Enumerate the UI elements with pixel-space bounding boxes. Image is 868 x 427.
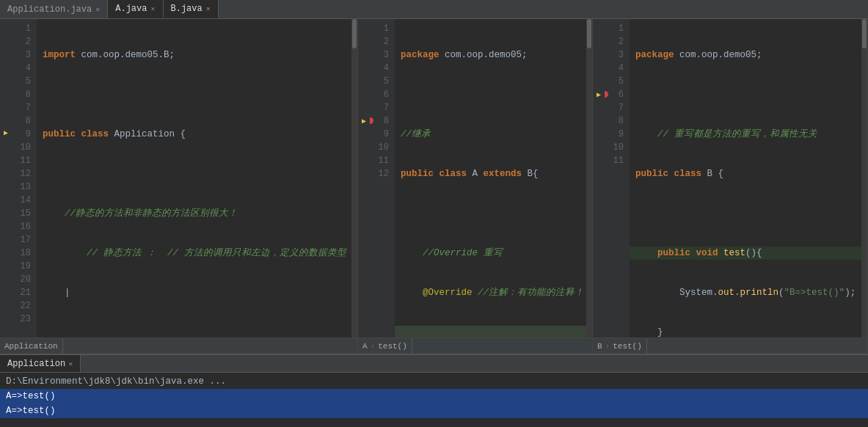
gutter-empty [358, 62, 370, 75]
breadcrumb-method: test() [378, 342, 407, 351]
code-content-left[interactable]: import com.oop.demo05.B; public class Ap… [37, 19, 351, 337]
tab-a-java[interactable]: A.java ✕ [108, 0, 163, 18]
console-text: D:\Environment\jdk8\jdk\bin\java.exe ... [6, 376, 226, 387]
code-line: //继承 [395, 128, 586, 141]
gutter-empty [593, 62, 605, 75]
pane-status-center: A › test() [358, 337, 592, 354]
scrollbar-right[interactable] [861, 19, 867, 337]
tab-close-application[interactable]: ✕ [95, 5, 100, 14]
left-gutter-center: ▶ [358, 19, 370, 337]
code-line: //静态的方法和非静态的方法区别很大！ [37, 207, 351, 220]
exec-arrow-right: ▶ [593, 88, 605, 101]
code-line: public class Application { [37, 128, 351, 141]
code-line: package com.oop.demo05; [630, 48, 861, 62]
tab-bar: Application.java ✕ A.java ✕ B.java ✕ [0, 0, 868, 19]
gutter-empty [593, 22, 605, 35]
code-line: System.out.println("B=>test()"); [630, 286, 861, 299]
gutter-empty [593, 75, 605, 88]
ide-window: Application.java ✕ A.java ✕ B.java ✕ ▶ 1… [0, 0, 868, 427]
console-line-0: D:\Environment\jdk8\jdk\bin\java.exe ... [0, 374, 868, 389]
breadcrumb-left: Application [0, 338, 63, 354]
pane-status-left: Application [0, 337, 357, 354]
console-line-1: A=>test() [0, 389, 868, 404]
tab-label: Application.java [7, 4, 92, 15]
code-line [395, 88, 586, 101]
console-text: A=>test() [6, 391, 56, 401]
editor-pane-center: ▶ 1 2 3 4 5 6 7 8 9 10 11 [358, 19, 593, 354]
code-content-center[interactable]: package com.oop.demo05; //继承 public clas… [395, 19, 586, 337]
gutter-empty [593, 35, 605, 48]
code-line [37, 88, 351, 101]
bottom-tab-application[interactable]: Application ✕ [0, 355, 81, 372]
editor-pane-left: ▶ 1 2 3 4 5 6 7 8 9 10 11 12 13 14 [0, 19, 358, 354]
gutter-exec-arrow: ▶ [0, 126, 12, 139]
exec-arrow-center: ▶ [358, 114, 370, 128]
tab-b-java[interactable]: B.java ✕ [164, 0, 219, 18]
editor-pane-right: ▶ 1 2 3 4 5 6 7 8 9 10 11 [593, 19, 868, 354]
editor-area: ▶ 1 2 3 4 5 6 7 8 9 10 11 12 13 14 [0, 19, 868, 354]
breakpoint-dot-center [370, 117, 373, 124]
code-line: //Override 重写 [395, 247, 586, 260]
console-line-2: A=>test() [0, 404, 868, 418]
pane-status-right: B › test() [593, 337, 867, 354]
gutter-empty [358, 88, 370, 101]
code-line: | [37, 286, 351, 299]
code-area-right[interactable]: ▶ 1 2 3 4 5 6 7 8 9 10 11 [593, 19, 867, 337]
console-text: A=>test() [6, 406, 56, 416]
gutter-empty [358, 35, 370, 48]
bottom-content[interactable]: D:\Environment\jdk8\jdk\bin\java.exe ...… [0, 373, 868, 427]
code-content-right[interactable]: package com.oop.demo05; // 重写都是方法的重写，和属性… [630, 19, 861, 337]
tab-close-b[interactable]: ✕ [206, 4, 211, 13]
line-numbers-right: 1 2 3 4 5 6 7 8 9 10 11 [605, 19, 630, 337]
gutter-empty [358, 75, 370, 88]
scroll-thumb-left[interactable] [352, 19, 357, 48]
code-line: } [630, 326, 861, 337]
breadcrumb-sep: › [371, 342, 376, 351]
code-line: // 重写都是方法的重写，和属性无关 [630, 128, 861, 141]
breakpoint-dot-right [605, 91, 608, 98]
code-line [630, 207, 861, 220]
breadcrumb-center: A › test() [358, 338, 412, 354]
left-gutter-right: ▶ [593, 19, 605, 337]
code-line [37, 167, 351, 180]
gutter-empty [358, 48, 370, 62]
code-line: public class A extends B{ [395, 167, 586, 180]
tab-label: B.java [171, 4, 203, 14]
line-numbers-center: 1 2 3 4 5 6 7 8 9 10 11 12 [370, 19, 395, 337]
breadcrumb-right: B › test() [593, 338, 647, 354]
bottom-tabs: Application ✕ [0, 355, 868, 373]
breadcrumb-method-b: test() [613, 342, 642, 351]
code-area-left[interactable]: ▶ 1 2 3 4 5 6 7 8 9 10 11 12 13 14 [0, 19, 357, 337]
code-line [395, 207, 586, 220]
code-line [37, 326, 351, 337]
code-line: package com.oop.demo05; [395, 48, 586, 62]
tab-close-a[interactable]: ✕ [150, 4, 155, 13]
gutter-empty [593, 48, 605, 62]
bottom-tab-label: Application [7, 359, 65, 369]
scrollbar-center[interactable] [586, 19, 592, 337]
gutter-empty [358, 22, 370, 35]
code-line: // 静态方法 ： // 方法的调用只和左边，定义的数据类型 [37, 247, 351, 260]
breadcrumb-class-b: B [597, 342, 602, 351]
scroll-thumb-right[interactable] [862, 19, 867, 48]
code-line: public class B { [630, 167, 861, 180]
breadcrumb-label: Application [4, 342, 58, 351]
code-area-center[interactable]: ▶ 1 2 3 4 5 6 7 8 9 10 11 [358, 19, 592, 337]
code-line [630, 88, 861, 101]
code-line: @Override //注解：有功能的注释！ [395, 286, 586, 299]
breadcrumb-class: A [362, 342, 368, 351]
left-gutter-left: ▶ [0, 19, 12, 337]
code-line-exec: public void test(){ public void test() { [395, 326, 586, 337]
bottom-panel: Application ✕ D:\Environment\jdk8\jdk\bi… [0, 354, 868, 427]
gutter-empty [358, 101, 370, 114]
tab-application-java[interactable]: Application.java ✕ [0, 0, 108, 18]
breadcrumb-sep2: › [605, 342, 610, 351]
scrollbar-left[interactable] [351, 19, 357, 337]
scroll-thumb-center[interactable] [587, 19, 591, 48]
bottom-tab-close[interactable]: ✕ [68, 360, 73, 368]
code-line-bp: public void test(){ [630, 247, 861, 260]
code-line: import com.oop.demo05.B; [37, 48, 351, 62]
line-numbers-left: 1 2 3 4 5 6 7 8 9 10 11 12 13 14 15 16 1 [12, 19, 37, 337]
tab-label: A.java [115, 4, 147, 14]
